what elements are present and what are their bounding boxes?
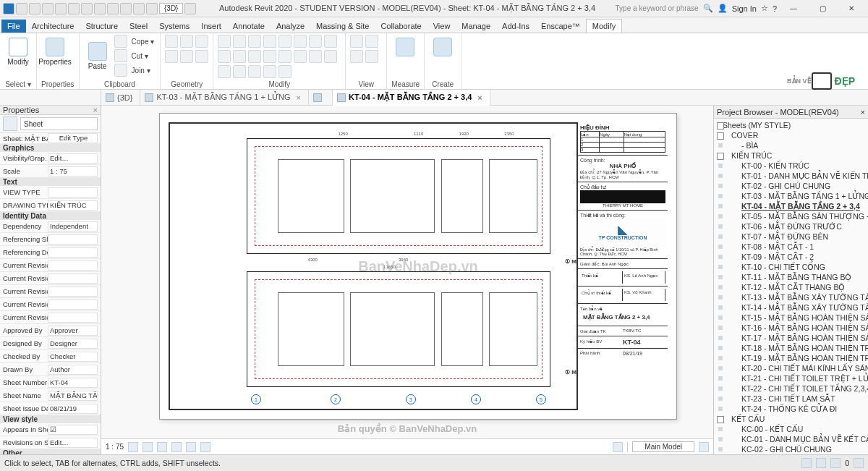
tree-sheet-item[interactable]: KT-16 - MẶT BẰNG HOÀN THIỆN SÀN TẦNG 2, xyxy=(715,323,867,333)
tree-group[interactable]: COVER xyxy=(715,130,867,140)
measure-button[interactable] xyxy=(391,35,419,59)
property-row[interactable]: Current Revision xyxy=(0,311,101,324)
qat-thin-lines-icon[interactable] xyxy=(120,3,132,14)
modify-tool-icon[interactable] xyxy=(248,65,261,78)
property-row[interactable]: Drawn ByAuthor xyxy=(0,363,101,376)
property-row[interactable]: VIEW TYPE xyxy=(0,186,101,199)
tree-sheet-item[interactable]: KT-04 - MẶT BẰNG TẦNG 2 + 3,4 xyxy=(715,201,867,211)
modify-tool-icon[interactable] xyxy=(233,65,246,78)
property-row[interactable]: Current Revisio… xyxy=(0,272,101,285)
cope-label[interactable]: Cope ▾ xyxy=(130,38,156,46)
property-row[interactable]: Designed ByDesigner xyxy=(0,337,101,350)
tree-sheet-item[interactable]: KT-01 - DANH MỤC BẢN VẼ KIẾN TRÚC xyxy=(715,171,867,181)
property-row[interactable]: Revisions on Sh…Edit… xyxy=(0,436,101,449)
tab-enscape[interactable]: Enscape™ xyxy=(535,20,586,33)
tab-steel[interactable]: Steel xyxy=(124,20,153,33)
qat-undo-icon[interactable] xyxy=(42,3,54,14)
qat-print-icon[interactable] xyxy=(68,3,80,14)
vc-icon[interactable] xyxy=(613,442,623,452)
modify-tool-icon[interactable] xyxy=(294,35,307,48)
property-row[interactable]: DependencyIndependent xyxy=(0,220,101,233)
minimize-button[interactable]: — xyxy=(781,1,806,16)
viewtab-empty[interactable] xyxy=(309,90,333,106)
qat-redo-icon[interactable] xyxy=(55,3,67,14)
qat-dropdown-icon[interactable] xyxy=(184,3,196,14)
vc-icon[interactable] xyxy=(142,442,153,452)
vc-icon[interactable] xyxy=(200,442,210,452)
property-row[interactable]: Referencing Sh… xyxy=(0,233,101,246)
modify-tool-icon[interactable] xyxy=(278,35,292,48)
tree-sheet-item[interactable]: KT-05 - MẶT BẰNG SÂN THƯỢNG + MÁI TUM xyxy=(715,211,867,221)
modify-tool-icon[interactable] xyxy=(309,35,322,48)
tab-structure[interactable]: Structure xyxy=(80,20,124,33)
tree-sheet-item[interactable]: KT-06 - MẶT ĐỨNG TRƯỚC xyxy=(715,221,867,232)
scale-label[interactable]: 1 : 75 xyxy=(106,443,124,451)
property-row[interactable]: Scale1 : 75 xyxy=(0,165,101,178)
qat-section-icon[interactable] xyxy=(107,3,119,14)
prop-cat[interactable]: View style xyxy=(0,415,101,423)
tree-sheet-item[interactable]: KT-11 - MẶT BẰNG THANG BỘ xyxy=(715,272,867,282)
tree-group[interactable]: Sheets (MY STYLE) xyxy=(715,120,867,130)
prop-cat[interactable]: Other xyxy=(0,449,101,454)
close-icon[interactable]: × xyxy=(93,106,98,114)
tree-sheet-item[interactable]: KT-07 - MẶT ĐỨNG BÊN xyxy=(715,232,867,242)
maximize-button[interactable]: ▢ xyxy=(810,1,835,16)
status-icon[interactable] xyxy=(801,458,812,468)
close-button[interactable]: ✕ xyxy=(839,1,864,16)
join-icon[interactable] xyxy=(114,64,127,77)
floorplan-24[interactable] xyxy=(247,271,550,387)
vc-icon[interactable] xyxy=(128,442,138,452)
help-icon[interactable]: ? xyxy=(773,4,777,13)
tab-annotate[interactable]: Annotate xyxy=(227,20,271,33)
modify-tool-icon[interactable] xyxy=(263,35,276,48)
viewtab-3d[interactable]: {3D} xyxy=(101,90,140,106)
search-placeholder[interactable]: Type a keyword or phrase xyxy=(616,4,699,12)
property-row[interactable]: Current Revisio… xyxy=(0,298,101,311)
tree-sheet-item[interactable]: KT-08 - MẶT CẮT - 1 xyxy=(715,242,867,252)
property-row[interactable]: DRAWING TYPEKIẾN TRÚC xyxy=(0,199,101,212)
tree-sheet-item[interactable]: KT-19 - MẶT BẰNG HOÀN THIỆN TRẦN TẦNG 2 xyxy=(715,353,867,363)
tree-sheet-item[interactable]: KT-21 - CHI TIẾT TOILET TRỆT + LỬNG xyxy=(715,373,867,383)
workset-selector[interactable]: Main Model xyxy=(632,441,694,452)
viewtab-kt04[interactable]: KT-04 - MẶT BẰNG TẦNG 2 + 3,4× xyxy=(333,90,490,106)
cut-icon[interactable] xyxy=(114,49,127,62)
modify-tool-icon[interactable] xyxy=(309,50,322,63)
tree-sheet-item[interactable]: KT-02 - GHI CHÚ CHUNG xyxy=(715,181,867,191)
tree-sheet-item[interactable]: KC-00 - KẾT CẤU xyxy=(715,424,867,434)
edit-type-button[interactable]: Edit Type xyxy=(48,133,98,143)
infocenter-search-icon[interactable]: 🔍 xyxy=(703,4,713,13)
viewtab-kt03[interactable]: KT-03 - MẶT BẰNG TẦNG 1 + LỬNG× xyxy=(140,90,309,106)
view-tool-icon[interactable] xyxy=(365,50,378,63)
tree-sheet-item[interactable]: KT-15 - MẶT BẰNG HOÀN THIỆN SÀN TRỆT + L xyxy=(715,313,867,323)
modify-tool-icon[interactable] xyxy=(233,35,246,48)
tree-group[interactable]: KẾT CẤU xyxy=(715,414,867,424)
signin-label[interactable]: Sign In xyxy=(732,4,757,13)
join-label[interactable]: Join ▾ xyxy=(130,67,152,75)
modify-tool-icon[interactable] xyxy=(263,65,276,78)
prop-cat[interactable]: Identity Data xyxy=(0,212,101,220)
tree-sheet-item[interactable]: KT-10 - CHI TIẾT CỔNG xyxy=(715,262,867,272)
modify-tool-icon[interactable] xyxy=(248,50,261,63)
drawing-canvas[interactable]: 1250 1110 1920 2350 4300 3940 11650 ① MẶ… xyxy=(101,106,713,454)
tree-sheet-item[interactable]: KT-17 - MẶT BẰNG HOÀN THIỆN SÀN TUM xyxy=(715,333,867,343)
project-tree[interactable]: Sheets (MY STYLE)COVER - BÌAKIẾN TRÚCKT-… xyxy=(714,119,868,454)
qat-3d-view[interactable]: {3D} xyxy=(159,3,183,14)
geom-icon[interactable] xyxy=(180,35,193,48)
property-row[interactable]: Appears In She…☑ xyxy=(0,423,101,436)
prop-cat[interactable]: Graphics xyxy=(0,144,101,152)
close-icon[interactable]: × xyxy=(861,108,865,116)
tree-sheet-item[interactable]: KT-24 - THỐNG KÊ CỬA ĐI xyxy=(715,404,867,414)
vc-icon[interactable] xyxy=(186,442,196,452)
signin-icon[interactable]: 👤 xyxy=(718,4,728,13)
close-icon[interactable]: × xyxy=(477,93,482,102)
tree-sheet-item[interactable]: KC-02 - GHI CHÚ CHUNG xyxy=(715,444,867,454)
qat-close-hidden-icon[interactable] xyxy=(133,3,145,14)
tab-architecture[interactable]: Architecture xyxy=(26,20,80,33)
tree-group[interactable]: KIẾN TRÚC xyxy=(715,150,867,161)
tree-sheet-item[interactable]: KT-23 - CHI TIẾT LAM SẮT xyxy=(715,394,867,404)
close-icon[interactable]: × xyxy=(297,93,301,102)
property-row[interactable]: Current Revisio… xyxy=(0,285,101,298)
tab-systems[interactable]: Systems xyxy=(153,20,195,33)
modify-tool-icon[interactable] xyxy=(248,35,261,48)
tree-sheet-item[interactable]: KT-18 - MẶT BẰNG HOÀN THIỆN TRẦN TẦNG 1 xyxy=(715,343,867,353)
